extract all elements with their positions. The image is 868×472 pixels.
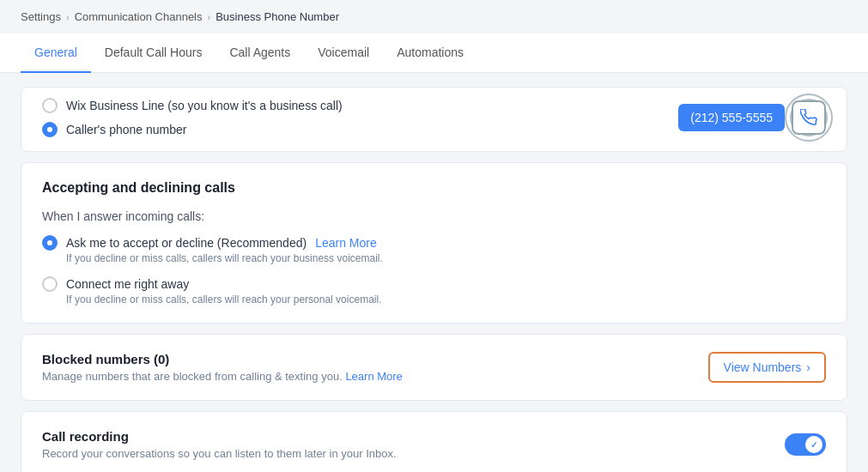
breadcrumb-settings[interactable]: Settings <box>21 10 61 23</box>
toggle-thumb: ✓ <box>805 436 822 453</box>
caller-id-card: Wix Business Line (so you know it's a bu… <box>21 87 847 152</box>
accept-decline-learn-more[interactable]: Learn More <box>315 236 377 250</box>
caller-id-caller-option[interactable]: Caller's phone number <box>42 122 343 137</box>
recording-title: Call recording <box>42 429 397 444</box>
view-numbers-button[interactable]: View Numbers › <box>708 352 826 383</box>
main-content: Wix Business Line (so you know it's a bu… <box>0 73 868 472</box>
when-answer-label: When I answer incoming calls: <box>42 209 826 223</box>
connect-right-away-sublabel: If you decline or miss calls, callers wi… <box>66 293 826 306</box>
connect-right-away-option: Connect me right away If you decline or … <box>42 276 826 306</box>
radio-caller <box>42 122 58 137</box>
call-options-group: Ask me to accept or decline (Recommended… <box>42 235 826 306</box>
breadcrumb: Settings › Communication Channels › Busi… <box>0 0 868 33</box>
accept-decline-label: Ask me to accept or decline (Recommended… <box>66 236 307 250</box>
tab-call-agents[interactable]: Call Agents <box>215 33 304 73</box>
phone-illustration: (212) 555-5555 <box>678 100 826 135</box>
breadcrumb-comm-channels[interactable]: Communication Channels <box>75 10 203 23</box>
radio-accept-decline <box>42 235 58 251</box>
phone-icon-container <box>792 100 826 135</box>
call-recording-card: Call recording Record your conversations… <box>21 411 847 472</box>
blocked-numbers-learn-more[interactable]: Learn More <box>345 370 402 383</box>
view-numbers-label: View Numbers <box>724 360 802 374</box>
view-numbers-chevron: › <box>806 360 810 374</box>
phone-number-badge: (212) 555-5555 <box>678 104 785 131</box>
blocked-numbers-card: Blocked numbers (0) Manage numbers that … <box>21 334 847 401</box>
breadcrumb-current: Business Phone Number <box>215 10 339 23</box>
phone-box <box>792 100 826 135</box>
tab-voicemail[interactable]: Voicemail <box>304 33 383 73</box>
recording-info: Call recording Record your conversations… <box>42 429 397 460</box>
accept-decline-sublabel: If you decline or miss calls, callers wi… <box>66 252 826 264</box>
accepting-calls-title: Accepting and declining calls <box>42 180 826 196</box>
caller-id-wix-label: Wix Business Line (so you know it's a bu… <box>66 99 343 112</box>
recording-desc: Record your conversations so you can lis… <box>42 447 397 460</box>
accepting-calls-card: Accepting and declining calls When I ans… <box>21 162 847 324</box>
recording-toggle[interactable]: ✓ <box>785 433 826 456</box>
blocked-numbers-desc: Manage numbers that are blocked from cal… <box>42 370 403 383</box>
blocked-numbers-desc-text: Manage numbers that are blocked from cal… <box>42 370 343 383</box>
breadcrumb-sep-1: › <box>66 12 70 22</box>
toggle-check-icon: ✓ <box>810 440 817 450</box>
tab-automations[interactable]: Automations <box>383 33 477 73</box>
accept-decline-row[interactable]: Ask me to accept or decline (Recommended… <box>42 235 826 251</box>
caller-id-options: Wix Business Line (so you know it's a bu… <box>42 98 343 137</box>
caller-id-caller-label: Caller's phone number <box>66 123 186 136</box>
phone-icon <box>800 109 817 126</box>
breadcrumb-sep-2: › <box>208 12 211 22</box>
radio-connect-right-away <box>42 276 58 292</box>
connect-right-away-row[interactable]: Connect me right away <box>42 276 826 292</box>
blocked-numbers-info: Blocked numbers (0) Manage numbers that … <box>42 352 403 383</box>
accept-decline-option: Ask me to accept or decline (Recommended… <box>42 235 826 264</box>
tab-default-call-hours[interactable]: Default Call Hours <box>91 33 216 73</box>
caller-id-wix-option[interactable]: Wix Business Line (so you know it's a bu… <box>42 98 343 113</box>
tabs-bar: General Default Call Hours Call Agents V… <box>0 33 868 73</box>
toggle-track: ✓ <box>785 433 826 456</box>
tab-general[interactable]: General <box>21 33 91 73</box>
blocked-numbers-title: Blocked numbers (0) <box>42 352 403 366</box>
radio-wix <box>42 98 58 113</box>
connect-right-away-label: Connect me right away <box>66 277 189 291</box>
